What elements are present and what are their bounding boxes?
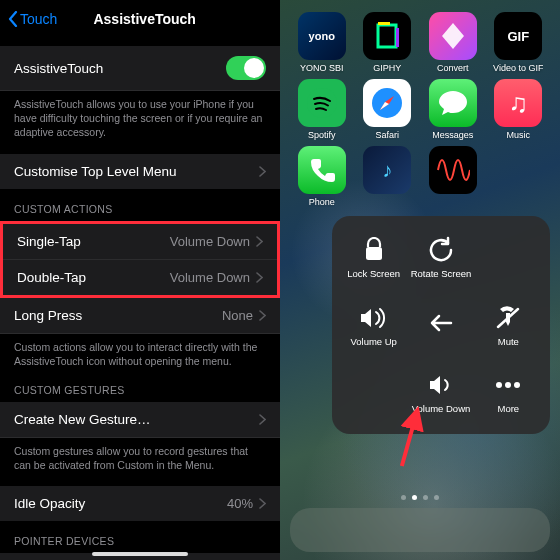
chevron-right-icon	[256, 272, 263, 283]
app-messages[interactable]: Messages	[422, 79, 484, 140]
app-label: Safari	[375, 130, 399, 140]
actions-caption: Custom actions allow you to interact dir…	[0, 334, 280, 370]
app-icon	[429, 79, 477, 127]
intro-caption: AssistiveTouch allows you to use your iP…	[0, 91, 280, 142]
assistivetouch-menu[interactable]: Lock Screen Rotate Screen Volume Up Mute…	[332, 216, 550, 434]
app-voicememo[interactable]	[422, 146, 484, 207]
custom-gestures-header: CUSTOM GESTURES	[0, 370, 280, 402]
page-dots[interactable]	[401, 495, 439, 500]
app-icon: GIF	[494, 12, 542, 60]
app-icon	[363, 79, 411, 127]
idle-opacity-row[interactable]: Idle Opacity 40%	[0, 486, 280, 521]
volume-down-button[interactable]: Volume Down	[407, 359, 474, 426]
dot	[423, 495, 428, 500]
dot	[401, 495, 406, 500]
app-label: Messages	[432, 130, 473, 140]
new-gesture-row[interactable]: Create New Gesture…	[0, 402, 280, 438]
toggle-label: AssistiveTouch	[14, 61, 226, 76]
label: More	[498, 404, 520, 415]
row-label: Customise Top Level Menu	[14, 164, 259, 179]
arrow-left-icon	[426, 308, 456, 338]
svg-point-8	[496, 382, 502, 388]
app-icon	[298, 146, 346, 194]
svg-rect-6	[366, 247, 382, 260]
app-icon: yono	[298, 12, 346, 60]
lock-icon	[359, 235, 389, 265]
chevron-right-icon	[256, 236, 263, 247]
dot	[434, 495, 439, 500]
mute-button[interactable]: Mute	[475, 291, 542, 358]
app-icon	[298, 79, 346, 127]
svg-rect-2	[396, 28, 399, 47]
assistivetouch-toggle-row[interactable]: AssistiveTouch	[0, 46, 280, 91]
double-tap-row[interactable]: Double-Tap Volume Down	[3, 260, 277, 295]
single-tap-row[interactable]: Single-Tap Volume Down	[3, 224, 277, 260]
label: Lock Screen	[347, 269, 400, 280]
app-label: GIPHY	[373, 63, 401, 73]
app-phone[interactable]: Phone	[291, 146, 353, 207]
label: Volume Down	[412, 404, 471, 415]
app-label: Spotify	[308, 130, 336, 140]
customise-top-level-row[interactable]: Customise Top Level Menu	[0, 154, 280, 189]
app-label: Video to GIF	[493, 63, 543, 73]
home-indicator[interactable]	[92, 552, 188, 556]
pointer-devices-header: POINTER DEVICES	[0, 521, 280, 553]
highlight-box: Single-Tap Volume Down Double-Tap Volume…	[0, 221, 280, 298]
chevron-right-icon	[259, 414, 266, 425]
app-label: Music	[506, 130, 530, 140]
app-spotify[interactable]: Spotify	[291, 79, 353, 140]
app-label: Convert	[437, 63, 469, 73]
app-giphy[interactable]: GIPHY	[356, 12, 418, 73]
long-press-row[interactable]: Long Press None	[0, 298, 280, 334]
toggle-switch-on[interactable]	[226, 56, 266, 80]
svg-point-10	[514, 382, 520, 388]
label: Volume Up	[350, 337, 396, 348]
svg-rect-0	[378, 25, 396, 47]
app-icon	[363, 12, 411, 60]
back-button[interactable]	[407, 291, 474, 358]
dock[interactable]	[290, 508, 550, 552]
svg-point-9	[505, 382, 511, 388]
rotate-screen-button[interactable]: Rotate Screen	[407, 224, 474, 291]
app-safari[interactable]: Safari	[356, 79, 418, 140]
app-convert[interactable]: Convert	[422, 12, 484, 73]
row-label: Create New Gesture…	[14, 412, 259, 427]
volume-up-icon	[359, 303, 389, 333]
app-label: YONO SBI	[300, 63, 344, 73]
chevron-right-icon	[259, 166, 266, 177]
app-icon: ♪	[363, 146, 411, 194]
rotate-icon	[426, 235, 456, 265]
app-icon	[429, 12, 477, 60]
page-title: AssistiveTouch	[57, 11, 272, 27]
back-button[interactable]: Touch	[8, 11, 57, 27]
gestures-caption: Custom gestures allow you to record gest…	[0, 438, 280, 474]
mute-icon	[493, 303, 523, 333]
more-button[interactable]: More	[475, 359, 542, 426]
row-label: Single-Tap	[17, 234, 170, 249]
row-label: Long Press	[14, 308, 222, 323]
empty-cell	[340, 359, 407, 426]
row-label: Double-Tap	[17, 270, 170, 285]
app-grid: yonoYONO SBIGIPHYConvertGIFVideo to GIFS…	[280, 0, 560, 207]
row-label: Idle Opacity	[14, 496, 227, 511]
app-music[interactable]: ♫Music	[487, 79, 549, 140]
row-value: Volume Down	[170, 270, 250, 285]
volume-up-button[interactable]: Volume Up	[340, 291, 407, 358]
nav-bar: Touch AssistiveTouch	[0, 0, 280, 34]
app-icon: ♫	[494, 79, 542, 127]
app-v2g[interactable]: GIFVideo to GIF	[487, 12, 549, 73]
app-icon	[429, 146, 477, 194]
lock-screen-button[interactable]: Lock Screen	[340, 224, 407, 291]
chevron-right-icon	[259, 498, 266, 509]
empty-cell	[475, 224, 542, 291]
dot-active	[412, 495, 417, 500]
settings-pane: Touch AssistiveTouch AssistiveTouch Assi…	[0, 0, 280, 560]
back-label: Touch	[20, 11, 57, 27]
more-icon	[493, 370, 523, 400]
volume-down-icon	[426, 370, 456, 400]
app-yono[interactable]: yonoYONO SBI	[291, 12, 353, 73]
app-dsp[interactable]: ♪	[356, 146, 418, 207]
app-label: Phone	[309, 197, 335, 207]
label: Rotate Screen	[411, 269, 472, 280]
row-value: 40%	[227, 496, 253, 511]
